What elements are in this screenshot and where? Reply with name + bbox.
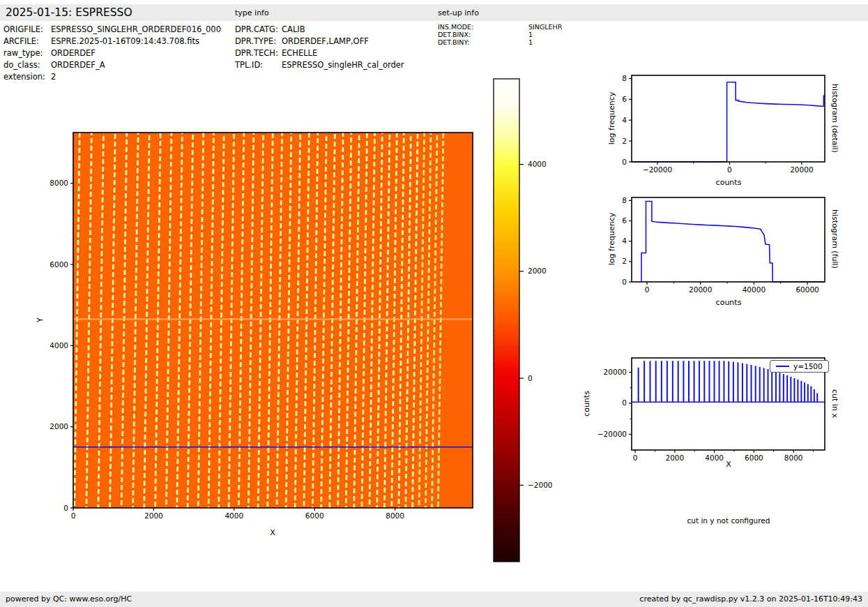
raw-yaxis-label: Y bbox=[36, 306, 45, 334]
svg-text:20000: 20000 bbox=[604, 368, 627, 376]
svg-text:2000: 2000 bbox=[666, 454, 685, 462]
cut-in-x-xaxis-label: X bbox=[701, 460, 756, 469]
svg-text:−2000: −2000 bbox=[528, 481, 553, 489]
svg-text:2: 2 bbox=[622, 137, 627, 145]
svg-text:8000: 8000 bbox=[784, 454, 803, 462]
svg-text:0: 0 bbox=[622, 158, 627, 166]
svg-text:4000: 4000 bbox=[224, 511, 243, 520]
svg-text:0: 0 bbox=[727, 165, 732, 174]
svg-text:6: 6 bbox=[622, 95, 627, 103]
hist-full-xaxis-label: counts bbox=[701, 298, 756, 307]
svg-text:8: 8 bbox=[622, 196, 627, 204]
svg-text:0: 0 bbox=[622, 398, 627, 407]
svg-text:0: 0 bbox=[622, 278, 627, 286]
svg-text:2000: 2000 bbox=[144, 511, 163, 520]
svg-text:4: 4 bbox=[622, 116, 627, 124]
hist-full-yaxis-label: log frequency bbox=[607, 197, 616, 281]
svg-text:8000: 8000 bbox=[50, 179, 68, 187]
hist-full-right-label: histogram (full) bbox=[830, 190, 839, 288]
colorbar: 400020000−2000 bbox=[494, 79, 553, 562]
svg-text:2: 2 bbox=[622, 257, 627, 265]
svg-text:8000: 8000 bbox=[386, 511, 404, 520]
svg-text:0: 0 bbox=[633, 454, 638, 462]
svg-text:6000: 6000 bbox=[50, 260, 68, 269]
svg-text:4: 4 bbox=[622, 237, 627, 245]
cut-in-x-yaxis-label: counts bbox=[582, 376, 591, 432]
svg-text:4000: 4000 bbox=[528, 160, 547, 168]
svg-text:−20000: −20000 bbox=[597, 430, 627, 438]
histogram-full-plot: 020000400006000002468 bbox=[622, 196, 825, 294]
hist-detail-xaxis-label: counts bbox=[701, 178, 756, 187]
svg-text:2000: 2000 bbox=[50, 422, 68, 430]
hist-detail-right-label: histogram (detail) bbox=[830, 70, 839, 167]
svg-text:6: 6 bbox=[622, 216, 627, 225]
svg-text:20000: 20000 bbox=[689, 285, 712, 294]
hist-detail-yaxis-label: log frequency bbox=[607, 77, 616, 160]
svg-text:6000: 6000 bbox=[305, 511, 324, 520]
svg-text:2000: 2000 bbox=[528, 267, 547, 275]
histogram-detail-plot: −2000002000002468 bbox=[622, 74, 825, 174]
raw-xaxis-label: X bbox=[259, 528, 287, 537]
legend-line-sample bbox=[776, 366, 789, 367]
raw-image-plot: 0200040006000800002000400060008000 bbox=[50, 133, 473, 520]
cut-in-x-plot: 02000400060008000200000−20000 bbox=[597, 358, 825, 462]
svg-text:40000: 40000 bbox=[743, 285, 766, 294]
svg-text:0: 0 bbox=[528, 374, 533, 382]
svg-text:0: 0 bbox=[71, 511, 76, 520]
svg-text:−20000: −20000 bbox=[643, 165, 672, 174]
cut-in-x-right-label: cut in x bbox=[830, 355, 839, 453]
legend-label: y=1500 bbox=[793, 362, 823, 370]
footer-left: powered by QC: www.eso.org/HC bbox=[6, 594, 132, 604]
svg-text:20000: 20000 bbox=[790, 165, 813, 174]
svg-text:0: 0 bbox=[645, 285, 650, 294]
footer-right: created by qc_rawdisp.py v1.2.3 on 2025-… bbox=[639, 594, 862, 604]
svg-text:0: 0 bbox=[63, 504, 68, 512]
qc-report-page: 2025-01-15: ESPRESSO type info set-up in… bbox=[0, 0, 868, 607]
svg-text:60000: 60000 bbox=[795, 285, 818, 294]
cut-in-y-message: cut in y not configured bbox=[659, 516, 798, 525]
cut-in-x-legend: y=1500 bbox=[770, 360, 829, 373]
svg-text:4000: 4000 bbox=[50, 341, 68, 350]
svg-text:8: 8 bbox=[622, 74, 627, 82]
